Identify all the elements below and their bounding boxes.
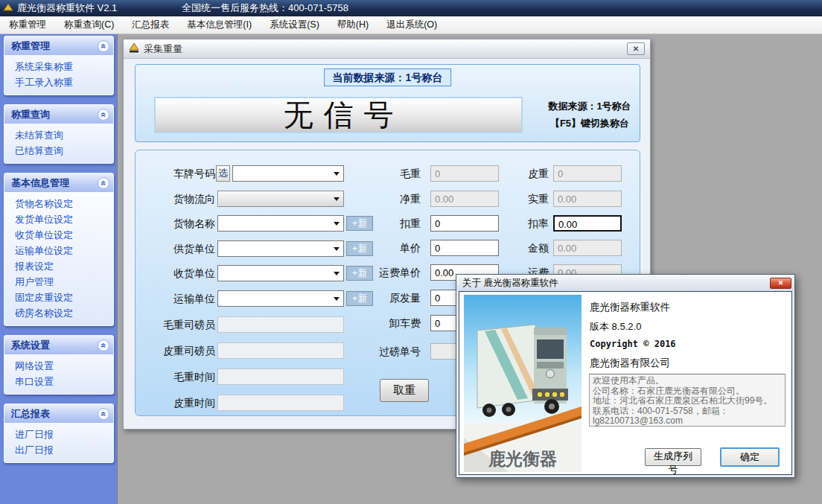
- sidebar-item[interactable]: 固定皮重设定: [4, 290, 113, 305]
- sidebar-item[interactable]: 出厂日报: [4, 442, 113, 458]
- chevron-down-icon: [334, 197, 340, 204]
- field-label-gross-time: 毛重时间: [136, 369, 215, 385]
- collapse-chevron-icon[interactable]: «: [98, 408, 109, 420]
- plate-number-combobox[interactable]: [232, 165, 344, 182]
- about-version: 版本 8.5.2.0: [590, 320, 641, 334]
- about-info-line: 联系电话：400-071-5758，邮箱：: [593, 406, 782, 417]
- field-label-deduct-weight: 扣重: [355, 215, 421, 232]
- sidebar-group-title: 称重查询: [11, 108, 50, 121]
- sidebar-group-header[interactable]: 称重查询«: [4, 105, 113, 124]
- about-product-name: 鹿光衡器称重软件: [590, 301, 670, 314]
- close-icon[interactable]: ✕: [627, 42, 645, 55]
- sidebar-group-title: 基本信息管理: [11, 176, 69, 190]
- about-dialog-body: 鹿光衡器 鹿光衡器称重软件 版本 8.5.2.0 Copyright © 201…: [459, 291, 792, 475]
- sidebar-group-header[interactable]: 汇总报表«: [4, 404, 113, 423]
- goods-name-combobox[interactable]: [217, 215, 344, 232]
- receiver-unit-combobox[interactable]: [217, 265, 344, 281]
- sidebar-item[interactable]: 未结算查询: [4, 127, 113, 143]
- sidebar-group-basic-info-manage: 基本信息管理«货物名称设定发货单位设定收货单位设定运输单位设定报表设定用户管理固…: [4, 173, 114, 326]
- chevron-down-icon: [334, 247, 340, 254]
- collapse-chevron-icon[interactable]: «: [98, 40, 109, 52]
- field-label-goods-name: 货物名称: [136, 215, 215, 232]
- sidebar-item[interactable]: 发货单位设定: [4, 211, 113, 227]
- deduct-rate-field[interactable]: 0.00: [553, 215, 622, 232]
- field-label-unit-price: 单价: [355, 240, 421, 256]
- source-info: 数据来源：1号称台 【F5】键切换称台: [538, 98, 642, 132]
- chevron-down-icon: [334, 297, 340, 304]
- about-dialog-titlebar[interactable]: 关于 鹿光衡器称重软件 ✕: [456, 275, 794, 291]
- field-label-gross-weight: 毛重: [355, 165, 421, 182]
- sidebar-item[interactable]: 磅房名称设定: [4, 305, 113, 321]
- sidebar-item[interactable]: 收货单位设定: [4, 227, 113, 243]
- field-label-deduct-rate: 扣率: [478, 215, 549, 232]
- sidebar-group-title: 汇总报表: [11, 407, 50, 421]
- menu-bar: 称重管理称重查询(C)汇总报表基本信息管理(I)系统设置(S)帮助(H)退出系统…: [0, 16, 822, 34]
- sidebar-group-header[interactable]: 称重管理«: [4, 36, 113, 55]
- truck-watermark: 鹿光衡器: [488, 449, 557, 468]
- gross-time-field: [217, 369, 344, 385]
- menu-item-summary-report[interactable]: 汇总报表: [123, 16, 178, 34]
- sidebar-group-items: 货物名称设定发货单位设定收货单位设定运输单位设定报表设定用户管理固定皮重设定磅房…: [4, 192, 113, 325]
- goods-flow-combobox[interactable]: [217, 191, 344, 207]
- sidebar-group-header[interactable]: 系统设置«: [4, 336, 113, 354]
- about-info-line: 地址：河北省石家庄鹿泉区石柏北大街99号。: [593, 396, 782, 406]
- about-dialog-title: 关于 鹿光衡器称重软件: [462, 277, 558, 290]
- about-copyright: Copyright © 2016: [590, 339, 676, 349]
- sidebar-group-title: 系统设置: [11, 339, 50, 352]
- menu-item-exit-system[interactable]: 退出系统(O): [377, 16, 446, 34]
- about-info-box: 欢迎使用本产品。公司名称：石家庄鹿光衡器有限公司。地址：河北省石家庄鹿泉区石柏北…: [589, 374, 786, 427]
- sidebar-item[interactable]: 网络设置: [4, 358, 113, 374]
- sidebar-group-summary-report: 汇总报表«进厂日报出厂日报: [4, 403, 114, 463]
- field-label-receiver-unit: 收货单位: [136, 265, 215, 281]
- field-label-original-quantity: 原发量: [355, 290, 421, 306]
- sidebar-item[interactable]: 运输单位设定: [4, 243, 113, 258]
- sidebar-group-items: 网络设置串口设置: [4, 354, 113, 394]
- field-label-goods-flow: 货物流向: [136, 191, 215, 207]
- tare-time-field: [217, 395, 344, 411]
- signal-panel: 当前数据来源：1号称台 无信号 数据来源：1号称台 【F5】键切换称台: [135, 64, 640, 142]
- amount-field: 0.00: [553, 240, 622, 256]
- collapse-chevron-icon[interactable]: «: [98, 109, 109, 121]
- about-info-line: 公司名称：石家庄鹿光衡器有限公司。: [593, 386, 782, 397]
- weigh-window-titlebar[interactable]: 采集重量 ✕: [124, 39, 650, 59]
- supplier-unit-combobox[interactable]: [217, 240, 344, 257]
- field-label-tare-weight: 皮重: [478, 165, 549, 182]
- about-info-line: 欢迎使用本产品。: [593, 376, 782, 386]
- menu-item-system-settings[interactable]: 系统设置(S): [261, 16, 328, 34]
- generate-serial-button[interactable]: 生成序列号: [645, 448, 701, 466]
- menu-item-weighing-manage[interactable]: 称重管理: [0, 16, 55, 34]
- field-label-tare-weigher: 皮重司磅员: [136, 342, 215, 359]
- sidebar-group-system-settings: 系统设置«网络设置串口设置: [4, 335, 114, 395]
- sidebar-item[interactable]: 串口设置: [4, 374, 113, 389]
- sidebar-item[interactable]: 已结算查询: [4, 143, 113, 159]
- menu-item-help[interactable]: 帮助(H): [328, 16, 377, 34]
- collapse-chevron-icon[interactable]: «: [98, 177, 109, 189]
- sidebar-item[interactable]: 用户管理: [4, 274, 113, 290]
- dialog-close-icon[interactable]: ✕: [770, 278, 791, 289]
- weigh-window-icon: [129, 42, 139, 56]
- take-weight-button[interactable]: 取重: [380, 379, 429, 402]
- sidebar-group-header[interactable]: 基本信息管理«: [4, 173, 113, 192]
- weight-display: 无信号: [154, 97, 523, 133]
- menu-item-basic-info-manage[interactable]: 基本信息管理(I): [178, 16, 261, 34]
- app-titlebar: 鹿光衡器称重软件 V2.1 全国统一售后服务热线：400-071-5758: [0, 0, 822, 16]
- sidebar-item[interactable]: 报表设定: [4, 258, 113, 274]
- sidebar-item[interactable]: 手工录入称重: [4, 74, 113, 90]
- service-hotline: 全国统一售后服务热线：400-071-5758: [182, 0, 348, 16]
- sidebar-group-items: 系统采集称重手工录入称重: [4, 55, 113, 95]
- field-label-transport-unit: 运输单位: [136, 290, 215, 307]
- truck-image: 鹿光衡器: [464, 295, 582, 472]
- ok-button[interactable]: 确定: [720, 447, 780, 467]
- select-plate-button[interactable]: 选: [216, 165, 230, 182]
- gross-weigher-field: [217, 316, 344, 333]
- field-label-supplier-unit: 供货单位: [136, 240, 215, 257]
- sidebar-group-title: 称重管理: [11, 39, 50, 53]
- sidebar-item[interactable]: 货物名称设定: [4, 196, 113, 211]
- collapse-chevron-icon[interactable]: «: [98, 339, 109, 351]
- menu-item-weighing-query[interactable]: 称重查询(C): [55, 16, 123, 34]
- field-label-net-weight: 净重: [355, 191, 421, 207]
- sidebar-item[interactable]: 系统采集称重: [4, 59, 113, 74]
- sidebar-item[interactable]: 进厂日报: [4, 427, 113, 442]
- transport-unit-combobox[interactable]: [217, 290, 344, 307]
- field-label-plate-number: 车牌号码: [136, 165, 215, 182]
